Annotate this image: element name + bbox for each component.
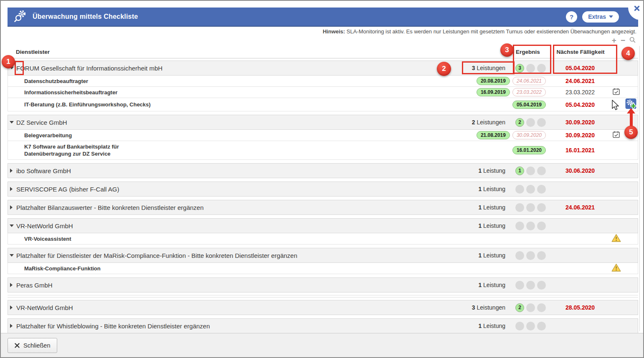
gear-magnifier-icon bbox=[13, 9, 28, 25]
result-dot-green: 2 bbox=[515, 303, 524, 312]
provider-row[interactable]: FORUM Gesellschaft für Informationssiche… bbox=[8, 61, 638, 76]
next-due-date: 24.06.2021 bbox=[565, 204, 595, 211]
column-dienstleister: Dienstleister bbox=[16, 49, 449, 55]
calendar-check-icon[interactable] bbox=[612, 88, 620, 97]
result-dot bbox=[537, 303, 546, 312]
result-dot bbox=[515, 322, 524, 330]
dialog-titlebar: Überwachung mittels Checkliste ? Extras bbox=[8, 8, 638, 27]
provider-row[interactable]: Platzhalter für Dienstleister der MaRisk… bbox=[8, 248, 638, 263]
service-row: Belegverarbeitung21.08.201930.09.202030.… bbox=[8, 130, 638, 141]
result-dot bbox=[537, 322, 546, 330]
zoom-in-icon[interactable]: + bbox=[612, 37, 616, 43]
expand-icon[interactable] bbox=[10, 187, 13, 191]
planned-date-badge: 30.09.2020 bbox=[512, 131, 546, 139]
result-dots: 1 bbox=[515, 166, 546, 175]
provider-name: Platzhalter für Whistleblowing - Bitte k… bbox=[16, 323, 448, 330]
done-date-badge: 16.01.2020 bbox=[512, 146, 546, 154]
checklist-monitoring-dialog: Überwachung mittels Checkliste ? Extras … bbox=[0, 0, 644, 358]
service-name: Belegverarbeitung bbox=[16, 132, 448, 139]
leistungen-count: 1 Leistung bbox=[478, 204, 505, 211]
leistungen-count: 1 Leistung bbox=[478, 222, 505, 229]
table-body: FORUM Gesellschaft für Informationssiche… bbox=[8, 61, 638, 333]
collapse-icon[interactable] bbox=[10, 67, 14, 69]
hint-body: SLA-Monitoring ist aktiv. Es werden nur … bbox=[345, 28, 636, 35]
calendar-check-icon[interactable] bbox=[612, 131, 620, 140]
provider-row[interactable]: VR-NetWorld GmbH1 Leistung bbox=[8, 218, 638, 233]
warning-icon bbox=[611, 263, 621, 273]
result-dots: 2 bbox=[515, 118, 546, 127]
provider-row[interactable]: DZ Service GmbH2 Leistungen230.09.2020 bbox=[8, 115, 638, 130]
leistungen-count: 1 Leistung bbox=[478, 323, 505, 329]
result-dot bbox=[537, 203, 546, 212]
provider-name: VR-NetWorld GmbH bbox=[16, 222, 448, 229]
help-button[interactable]: ? bbox=[566, 11, 577, 23]
next-due-date: 05.04.2020 bbox=[565, 101, 595, 108]
planned-date-badge: 24.06.2021 bbox=[512, 77, 546, 85]
result-dot bbox=[515, 185, 524, 194]
collapse-icon[interactable] bbox=[10, 121, 14, 124]
collapse-icon[interactable] bbox=[10, 254, 14, 257]
provider-row[interactable]: Platzhalter für Whistleblowing - Bitte k… bbox=[8, 318, 638, 333]
hint-label: Hinweis: bbox=[323, 28, 345, 35]
table-right-border bbox=[639, 46, 640, 331]
provider-name: Peras GmbH bbox=[16, 282, 448, 289]
next-due-date: 05.04.2020 bbox=[565, 65, 595, 71]
expand-icon[interactable] bbox=[10, 205, 13, 209]
dialog-footer: Schließen bbox=[1, 333, 643, 357]
provider-row[interactable]: ibo Software GmbH1 Leistung130.06.2020 bbox=[8, 163, 638, 178]
extras-button[interactable]: Extras bbox=[582, 11, 619, 23]
service-name: IT-Beratung (z.B. Einführungsworkshop, C… bbox=[16, 101, 448, 108]
service-row: MaRisk-Compliance-Funktion bbox=[8, 263, 638, 274]
result-dot bbox=[537, 64, 546, 73]
provider-name: Platzhalter für Dienstleister der MaRisk… bbox=[16, 252, 448, 259]
search-icon[interactable] bbox=[629, 37, 636, 43]
leistungen-count: 3 Leistungen bbox=[472, 65, 505, 71]
result-dot bbox=[526, 166, 535, 175]
provider-name: ibo Software GmbH bbox=[16, 167, 448, 174]
leistungen-count: 1 Leistung bbox=[478, 282, 505, 288]
result-dot bbox=[515, 251, 524, 260]
result-dot bbox=[537, 185, 546, 194]
close-x-icon bbox=[15, 343, 20, 348]
next-due-date: 16.01.2021 bbox=[565, 147, 595, 154]
result-dot bbox=[515, 281, 524, 290]
expand-icon[interactable] bbox=[10, 283, 13, 287]
chevron-down-icon bbox=[609, 15, 613, 18]
add-monitoring-icon[interactable] bbox=[625, 98, 636, 111]
provider-name: FORUM Gesellschaft für Informationssiche… bbox=[16, 65, 448, 72]
result-dot-green: 3 bbox=[515, 64, 524, 73]
provider-row[interactable]: Peras GmbH1 Leistung bbox=[8, 277, 638, 292]
collapse-icon[interactable] bbox=[10, 224, 14, 227]
provider-row[interactable]: VR-NetWorld GmbH3 Leistungen228.05.2020 bbox=[8, 300, 638, 315]
expand-icon[interactable] bbox=[10, 305, 13, 310]
result-dot bbox=[526, 303, 535, 312]
result-dots bbox=[515, 203, 546, 212]
provider-name: VR-NetWorld GmbH bbox=[16, 304, 448, 311]
zoom-out-icon[interactable]: − bbox=[621, 37, 625, 43]
leistungen-count: 3 Leistungen bbox=[472, 304, 505, 311]
warning-icon bbox=[611, 234, 621, 244]
provider-row[interactable]: Platzhalter Bilanzauswerter - Bitte konk… bbox=[8, 200, 638, 215]
provider-name: Platzhalter Bilanzauswerter - Bitte konk… bbox=[16, 204, 448, 211]
result-dot bbox=[515, 222, 524, 230]
result-dots bbox=[515, 322, 546, 330]
provider-row[interactable]: SERVISCOPE AG (bisher F-Call AG)1 Leistu… bbox=[8, 182, 638, 197]
provider-name: DZ Service GmbH bbox=[16, 119, 448, 126]
dialog-title: Überwachung mittels Checkliste bbox=[33, 13, 138, 20]
result-dot bbox=[515, 203, 524, 212]
result-dot bbox=[537, 251, 546, 260]
leistungen-count: 1 Leistung bbox=[478, 167, 505, 174]
result-dot bbox=[526, 118, 535, 127]
service-name: Datenschutzbeauftragter bbox=[16, 78, 448, 85]
next-due-date: 24.06.2021 bbox=[565, 78, 595, 84]
expand-icon[interactable] bbox=[10, 324, 13, 328]
extras-button-label: Extras bbox=[588, 13, 606, 20]
result-dots: 3 bbox=[515, 64, 546, 73]
column-ergebnis: Ergebnis bbox=[516, 49, 546, 55]
sla-hint-text: Hinweis: SLA-Monitoring ist aktiv. Es we… bbox=[323, 28, 636, 35]
expand-icon[interactable] bbox=[10, 169, 13, 173]
close-button[interactable]: Schließen bbox=[8, 338, 57, 353]
column-naechste-faelligkeit: Nächste Fälligkeit bbox=[546, 49, 609, 55]
result-dot-green: 2 bbox=[515, 118, 524, 127]
close-icon bbox=[634, 5, 640, 11]
